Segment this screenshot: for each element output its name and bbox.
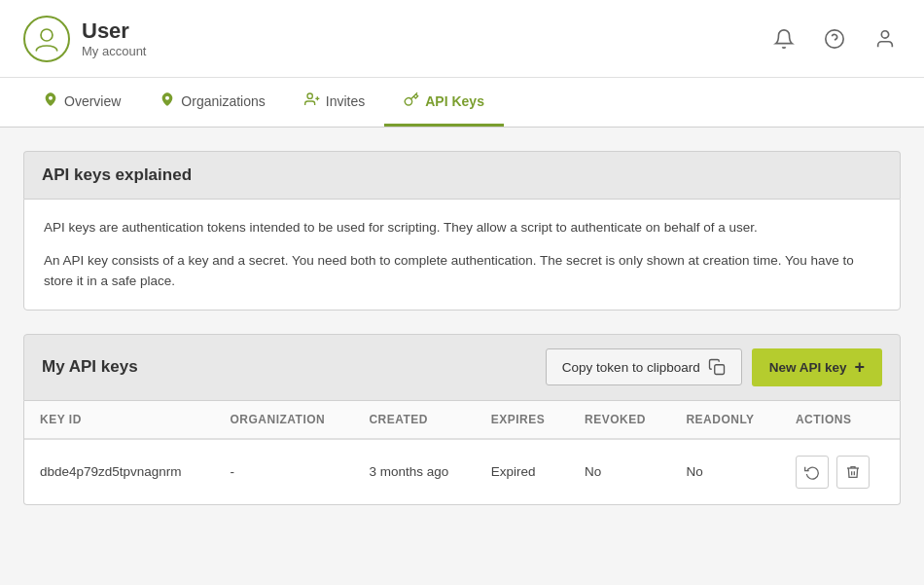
copy-token-button[interactable]: Copy token to clipboard — [546, 348, 742, 385]
new-api-key-label: New API key — [769, 360, 847, 375]
api-keys-icon — [404, 91, 419, 110]
avatar — [23, 16, 70, 62]
main-content: API keys explained API keys are authenti… — [0, 128, 924, 529]
table-row: dbde4p79zd5tpvnagnrm - 3 months ago Expi… — [24, 439, 900, 504]
cell-expires: Expired — [476, 439, 569, 504]
cell-organization: - — [215, 439, 354, 504]
col-expires: EXPIRES — [476, 401, 569, 439]
new-api-key-icon: + — [854, 357, 865, 378]
my-api-keys-header: My API keys Copy token to clipboard New … — [23, 334, 901, 401]
api-keys-actions: Copy token to clipboard New API key + — [546, 348, 882, 386]
organizations-icon — [160, 91, 175, 110]
username: User — [82, 18, 146, 44]
svg-rect-7 — [714, 365, 724, 375]
api-explained-p1: API keys are authentication tokens inten… — [44, 217, 880, 238]
api-explained-header: API keys explained — [23, 151, 901, 199]
svg-point-0 — [41, 29, 53, 41]
svg-point-1 — [826, 29, 843, 47]
invites-icon — [304, 91, 320, 110]
api-table-container: KEY ID ORGANIZATION CREATED EXPIRES REVO… — [23, 401, 901, 505]
col-key-id: KEY ID — [24, 401, 215, 439]
table-header-row: KEY ID ORGANIZATION CREATED EXPIRES REVO… — [24, 401, 900, 439]
col-readonly: READONLY — [670, 401, 780, 439]
account-subtitle: My account — [82, 44, 146, 58]
api-explained-p2: An API key consists of a key and a secre… — [44, 250, 880, 292]
copy-token-label: Copy token to clipboard — [562, 360, 700, 375]
user-account-button[interactable] — [870, 23, 901, 55]
tab-overview-label: Overview — [64, 93, 121, 109]
header-left: User My account — [23, 16, 146, 62]
svg-point-3 — [881, 30, 888, 37]
tab-organizations[interactable]: Organizations — [140, 78, 284, 127]
col-created: CREATED — [353, 401, 475, 439]
cell-key-id: dbde4p79zd5tpvnagnrm — [24, 439, 215, 504]
cell-readonly: No — [670, 439, 780, 504]
delete-action-button[interactable] — [836, 456, 870, 489]
tab-organizations-label: Organizations — [181, 93, 265, 109]
svg-point-4 — [307, 93, 312, 98]
col-actions: ACTIONS — [780, 401, 900, 439]
tab-invites-label: Invites — [326, 93, 365, 109]
user-info: User My account — [82, 18, 146, 58]
restore-action-button[interactable] — [796, 456, 829, 489]
api-explained-card: API keys are authentication tokens inten… — [23, 199, 901, 311]
col-organization: ORGANIZATION — [215, 401, 354, 439]
header-icons — [768, 23, 901, 55]
col-revoked: REVOKED — [569, 401, 670, 439]
copy-icon — [708, 358, 726, 376]
notifications-button[interactable] — [768, 23, 800, 55]
nav-tabs: Overview Organizations Invites API Keys — [0, 78, 924, 128]
cell-revoked: No — [569, 439, 670, 504]
cell-created: 3 months ago — [353, 439, 475, 504]
my-api-keys-title: My API keys — [42, 357, 138, 377]
cell-actions — [780, 439, 900, 504]
tab-api-keys[interactable]: API Keys — [384, 78, 504, 127]
header: User My account — [0, 0, 924, 78]
help-button[interactable] — [819, 23, 850, 55]
tab-invites[interactable]: Invites — [285, 78, 384, 127]
tab-overview[interactable]: Overview — [23, 78, 140, 127]
api-keys-table: KEY ID ORGANIZATION CREATED EXPIRES REVO… — [24, 401, 900, 504]
tab-api-keys-label: API Keys — [425, 93, 484, 109]
overview-icon — [43, 91, 58, 110]
new-api-key-button[interactable]: New API key + — [752, 348, 882, 386]
